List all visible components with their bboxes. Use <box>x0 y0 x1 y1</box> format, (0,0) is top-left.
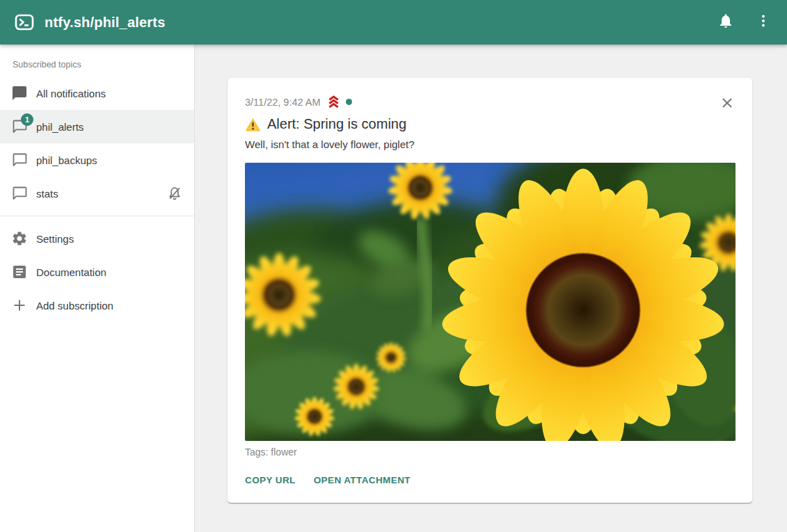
close-notification-button[interactable] <box>719 95 736 111</box>
chat-bubble-outline-icon: 1 <box>11 118 28 135</box>
notification-card: 3/11/22, 9:42 AM Alert: Spring is coming <box>228 78 752 503</box>
copy-url-button[interactable]: COPY URL <box>245 475 296 485</box>
notification-body: Well, isn't that a lovely flower, piglet… <box>245 137 735 152</box>
overflow-menu-button[interactable] <box>749 8 777 36</box>
notification-meta: 3/11/22, 9:42 AM <box>245 95 735 109</box>
notification-timestamp: 3/11/22, 9:42 AM <box>245 95 321 109</box>
notifications-bell-button[interactable] <box>712 8 740 36</box>
sidebar-item-add-subscription[interactable]: Add subscription <box>0 289 194 322</box>
sidebar-item-label: phil_backups <box>36 154 97 166</box>
gear-icon <box>11 230 28 247</box>
bell-off-icon <box>166 185 183 202</box>
sidebar-item-label: Documentation <box>36 266 106 278</box>
sidebar-item-label: Add subscription <box>36 300 113 312</box>
notification-tags: Tags: flower <box>245 446 735 458</box>
bell-icon <box>717 13 734 32</box>
sidebar-item-label: stats <box>36 188 58 200</box>
notification-title: Alert: Spring is coming <box>267 114 406 134</box>
article-icon <box>11 264 28 280</box>
notification-title-row: Alert: Spring is coming <box>245 114 735 134</box>
appbar: ntfy.sh/phil_alerts <box>0 0 787 45</box>
chat-bubble-outline-icon <box>11 185 28 202</box>
plus-icon <box>11 297 28 314</box>
sidebar-item-settings[interactable]: Settings <box>0 222 194 255</box>
chat-bubble-filled-icon <box>11 85 28 102</box>
subscribed-topics-label: Subscribed topics <box>0 60 194 76</box>
sidebar-item-stats[interactable]: stats <box>0 177 194 210</box>
kebab-menu-icon <box>755 13 772 32</box>
sidebar-item-label: Settings <box>36 233 74 245</box>
unread-dot-icon <box>346 99 352 105</box>
sidebar-divider <box>0 216 194 216</box>
warning-triangle-icon <box>245 116 261 132</box>
attachment-image[interactable] <box>245 163 736 441</box>
terminal-logo-icon <box>15 13 34 32</box>
sidebar-item-label: phil_alerts <box>36 121 84 133</box>
page-title: ntfy.sh/phil_alerts <box>45 15 165 31</box>
unread-count-badge: 1 <box>21 113 33 126</box>
sidebar-item-documentation[interactable]: Documentation <box>0 255 194 289</box>
sidebar-item-label: All notifications <box>36 88 106 99</box>
sidebar-item-phil-backups[interactable]: phil_backups <box>0 143 194 177</box>
open-attachment-button[interactable]: OPEN ATTACHMENT <box>314 475 411 485</box>
priority-max-icon <box>326 95 341 109</box>
sidebar: Subscribed topics All notifications 1 ph… <box>0 45 195 532</box>
notification-actions: COPY URL OPEN ATTACHMENT <box>245 475 735 485</box>
sidebar-item-phil-alerts[interactable]: 1 phil_alerts <box>0 110 194 143</box>
sidebar-item-all-notifications[interactable]: All notifications <box>0 76 194 110</box>
chat-bubble-outline-icon <box>11 152 28 168</box>
